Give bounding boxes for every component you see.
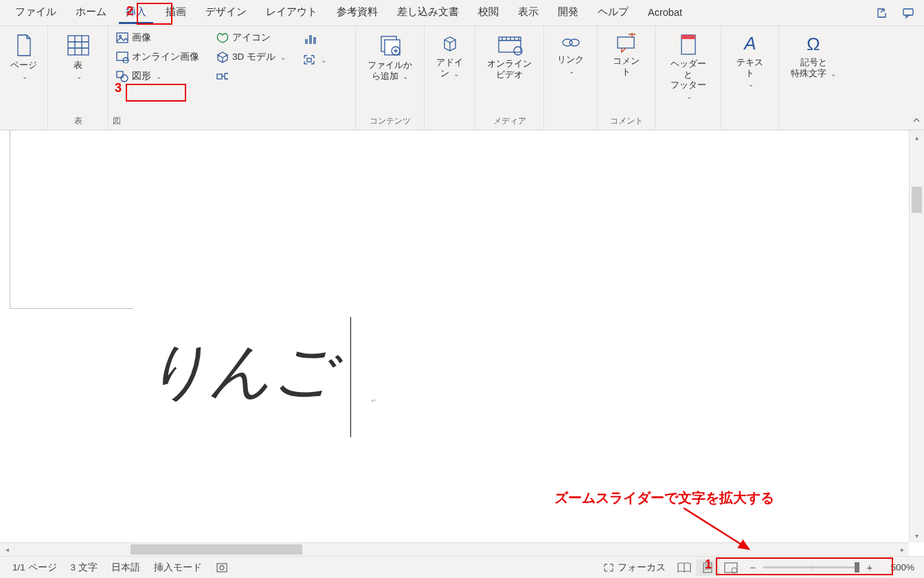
- tab-mailings[interactable]: 差し込み文書: [387, 1, 469, 24]
- smartart-button[interactable]: [213, 69, 289, 84]
- status-macro[interactable]: [209, 562, 235, 573]
- image-icon: [115, 32, 129, 44]
- svg-rect-1: [68, 36, 89, 55]
- vscroll-thumb[interactable]: [912, 187, 922, 213]
- zoom-in-button[interactable]: +: [864, 562, 876, 574]
- screenshot-button[interactable]: ⌄: [300, 52, 329, 67]
- comments-button[interactable]: [898, 3, 919, 23]
- link-button[interactable]: リンク⌄: [551, 30, 591, 78]
- status-language[interactable]: 日本語: [104, 562, 147, 574]
- svg-text:Ω: Ω: [807, 34, 820, 54]
- tab-layout[interactable]: レイアウト: [256, 1, 327, 24]
- new-comment-button[interactable]: コメント: [605, 30, 648, 80]
- print-layout-button[interactable]: [696, 559, 719, 576]
- group-label-table: 表: [74, 114, 82, 128]
- smartart-icon: [216, 70, 229, 82]
- svg-rect-24: [703, 563, 712, 573]
- addins-button[interactable]: アドイン ⌄: [430, 30, 470, 81]
- icons-button[interactable]: アイコン: [213, 30, 289, 45]
- chevron-up-icon: [912, 115, 921, 125]
- video-icon: [496, 33, 523, 56]
- reuse-files-button[interactable]: ファイルから追加 ⌄: [363, 30, 416, 84]
- web-layout-button[interactable]: [719, 559, 743, 576]
- book-icon: [677, 562, 692, 573]
- tab-home[interactable]: ホーム: [66, 1, 116, 24]
- collapse-ribbon-button[interactable]: [912, 115, 921, 127]
- text-button[interactable]: A テキスト⌄: [728, 30, 771, 92]
- text-cursor: [350, 317, 351, 437]
- tab-review[interactable]: 校閲: [469, 1, 508, 24]
- new-comment-icon: [615, 33, 638, 54]
- pictures-button[interactable]: 画像: [113, 30, 202, 45]
- scroll-right-button[interactable]: ▸: [895, 546, 909, 553]
- status-wordcount[interactable]: 3 文字: [64, 562, 104, 574]
- tab-developer[interactable]: 開発: [548, 1, 588, 24]
- online-pictures-button[interactable]: オンライン画像: [113, 49, 202, 65]
- zoom-slider: − + 500%: [743, 562, 919, 574]
- 3d-models-button[interactable]: 3D モデル⌄: [213, 49, 289, 65]
- online-image-icon: [115, 51, 129, 63]
- macro-icon: [216, 562, 228, 573]
- tab-insert[interactable]: 挿入: [116, 1, 156, 24]
- hscroll-thumb[interactable]: [131, 544, 302, 555]
- focus-icon: [602, 562, 615, 573]
- status-pages[interactable]: 1/1 ページ: [5, 562, 64, 574]
- omega-icon: Ω: [802, 33, 824, 55]
- scroll-down-button[interactable]: ▾: [910, 529, 924, 542]
- svg-point-23: [220, 566, 224, 570]
- svg-text:A: A: [743, 33, 756, 54]
- share-button[interactable]: [872, 3, 892, 23]
- tab-help[interactable]: ヘルプ: [588, 1, 638, 24]
- tab-design[interactable]: デザイン: [196, 1, 256, 24]
- status-insertmode[interactable]: 挿入モード: [147, 562, 209, 574]
- tab-view[interactable]: 表示: [508, 1, 548, 24]
- ribbon: ページ⌄ 表⌄ 表 画像 オンライン画像 図形⌄: [0, 26, 924, 130]
- document-area[interactable]: りんご ↵: [0, 130, 909, 542]
- zoom-tick: [811, 564, 812, 570]
- symbols-button[interactable]: Ω 記号と特殊文字 ⌄: [787, 30, 841, 81]
- svg-rect-19: [681, 35, 695, 39]
- pages-button[interactable]: ページ⌄: [4, 30, 44, 84]
- focus-mode-button[interactable]: フォーカス: [596, 562, 673, 574]
- shapes-icon: [115, 70, 129, 82]
- zoom-out-button[interactable]: −: [747, 562, 759, 574]
- page-margin-corner: [10, 130, 133, 309]
- svg-point-7: [121, 75, 128, 82]
- screenshot-icon: [302, 54, 316, 66]
- paragraph-mark: ↵: [371, 397, 376, 404]
- cube-icon: [216, 51, 229, 63]
- read-mode-button[interactable]: [673, 559, 696, 576]
- share-icon: [876, 7, 888, 19]
- chart-button[interactable]: [300, 30, 329, 48]
- zoom-thumb[interactable]: [855, 562, 859, 573]
- document-text[interactable]: りんご: [146, 330, 335, 413]
- svg-rect-22: [217, 564, 227, 572]
- group-label-comment: コメント: [610, 114, 643, 128]
- shapes-button[interactable]: 図形⌄: [113, 69, 202, 84]
- zoom-track[interactable]: [763, 566, 859, 568]
- svg-rect-9: [307, 58, 311, 62]
- web-layout-icon: [724, 562, 738, 573]
- page-layout-icon: [701, 562, 714, 573]
- svg-rect-6: [117, 71, 123, 78]
- vertical-scrollbar[interactable]: ▴ ▾: [909, 130, 924, 542]
- table-button[interactable]: 表⌄: [58, 30, 98, 84]
- zoom-percent[interactable]: 500%: [880, 562, 914, 573]
- tabs-bar: ファイル ホーム 挿入 描画 デザイン レイアウト 参考資料 差し込み文書 校閲…: [0, 0, 924, 26]
- chart-icon: [302, 32, 319, 47]
- header-footer-button[interactable]: ヘッダーとフッター ⌄: [662, 30, 714, 104]
- link-icon: [559, 33, 583, 52]
- tab-references[interactable]: 参考資料: [327, 1, 387, 24]
- svg-rect-4: [117, 52, 128, 60]
- group-label-content: コンテンツ: [370, 114, 411, 128]
- tab-acrobat[interactable]: Acrobat: [638, 3, 692, 23]
- horizontal-scrollbar[interactable]: ◂ ▸: [0, 542, 909, 556]
- reuse-files-icon: [378, 33, 403, 58]
- scroll-up-button[interactable]: ▴: [910, 130, 924, 144]
- tab-draw[interactable]: 描画: [156, 1, 196, 24]
- online-video-button[interactable]: オンラインビデオ: [483, 30, 536, 82]
- tab-file[interactable]: ファイル: [5, 1, 66, 24]
- page-icon: [14, 33, 34, 58]
- scroll-left-button[interactable]: ◂: [0, 546, 14, 553]
- svg-rect-8: [217, 74, 222, 79]
